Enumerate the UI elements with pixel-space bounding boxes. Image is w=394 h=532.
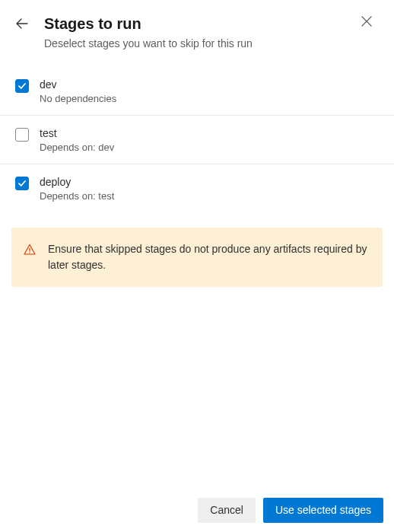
stage-dependency: Depends on: dev [40, 142, 379, 155]
stage-name: deploy [40, 175, 379, 189]
close-button[interactable] [361, 15, 373, 27]
svg-point-1 [29, 252, 30, 253]
warning-banner: Ensure that skipped stages do not produc… [11, 228, 383, 287]
arrow-left-icon [15, 17, 29, 30]
warning-text: Ensure that skipped stages do not produc… [48, 241, 367, 273]
cancel-button[interactable]: Cancel [198, 498, 256, 523]
stage-checkbox-dev[interactable] [15, 79, 29, 93]
stage-row-deploy[interactable]: deploy Depends on: test [0, 164, 394, 212]
stage-list: dev No dependencies test Depends on: dev… [0, 67, 394, 212]
dialog-subtitle: Deselect stages you want to skip for thi… [44, 37, 361, 52]
checkmark-icon [17, 179, 27, 188]
stage-name: test [40, 126, 379, 140]
stage-row-dev[interactable]: dev No dependencies [0, 67, 394, 116]
stage-checkbox-deploy[interactable] [15, 177, 29, 190]
stage-name: dev [40, 78, 379, 91]
stage-checkbox-test[interactable] [15, 128, 29, 142]
stage-dependency: No dependencies [40, 93, 379, 106]
dialog-footer: Cancel Use selected stages [0, 489, 394, 532]
use-selected-stages-button[interactable]: Use selected stages [263, 498, 383, 523]
stage-dependency: Depends on: test [40, 190, 379, 203]
warning-icon [24, 244, 36, 259]
stage-row-test[interactable]: test Depends on: dev [0, 116, 394, 164]
checkmark-icon [17, 81, 27, 91]
back-button[interactable] [15, 17, 29, 30]
dialog-title: Stages to run [44, 14, 361, 33]
close-icon [361, 15, 373, 27]
dialog-header: Stages to run Deselect stages you want t… [0, 0, 394, 62]
